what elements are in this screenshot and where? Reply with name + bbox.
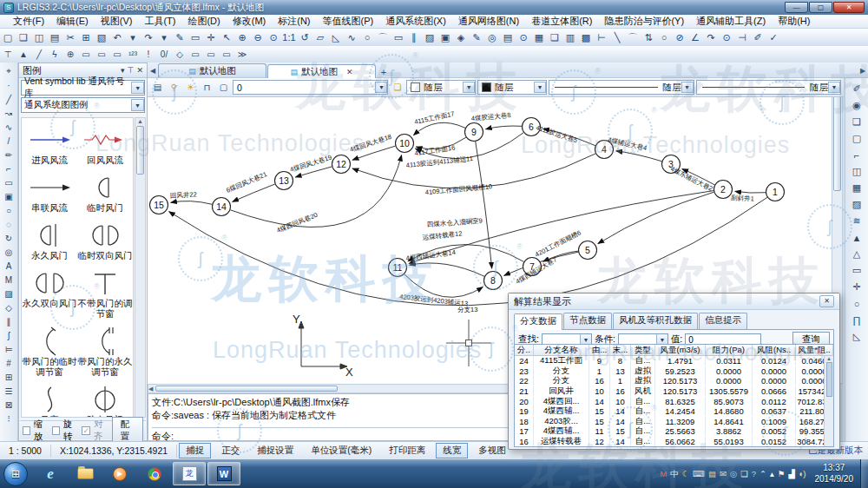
legend-scrollbar[interactable]: ▲ (135, 117, 146, 418)
media-player-taskbar-icon[interactable]: ▶ (103, 462, 136, 485)
diamond-icon[interactable]: ◇ (2, 300, 16, 314)
panel-menu-icon[interactable]: ▾ (121, 66, 125, 75)
scrollbar-thumb[interactable] (826, 362, 832, 397)
legend-item[interactable]: 带风门的永久调节窗 (77, 326, 133, 377)
chevron-down-icon[interactable]: ▼ (463, 82, 475, 93)
undo-dropdown-icon[interactable]: ▾ (125, 30, 141, 45)
status-toggle-button[interactable]: 捕捉 (179, 443, 211, 458)
measure-circle-icon[interactable]: ○ (656, 30, 672, 45)
draw-parallel-icon[interactable]: ∥ (406, 30, 422, 45)
ring-tool-icon[interactable]: ◎ (2, 245, 16, 259)
rect-tool-icon[interactable]: ▭ (2, 175, 16, 189)
grid-view-icon[interactable]: ▦ (849, 180, 865, 196)
menu-item[interactable]: 巷道立体图(R) (525, 15, 598, 28)
menu-item[interactable]: 通风网络图(N) (452, 15, 525, 28)
maximize-button[interactable]: ▢ (809, 2, 832, 13)
undo-icon[interactable]: ↶ (109, 30, 125, 45)
hatch-icon[interactable]: ▨ (2, 287, 16, 300)
layer-color-icon[interactable]: ▢ (216, 80, 231, 95)
map-tab[interactable]: ▤ 默认地图 (158, 63, 266, 77)
measure-span-icon[interactable]: ⊣ (734, 30, 750, 45)
gate-icon[interactable]: ∏ (849, 312, 865, 328)
select-rect-icon[interactable]: ▭ (187, 30, 203, 45)
draw-circle-icon[interactable]: ○ (359, 30, 375, 45)
tray-mail-icon[interactable]: ✉ (720, 470, 727, 478)
paste-icon[interactable]: ▧ (94, 30, 109, 45)
legend-icon[interactable]: ▩ (578, 30, 594, 45)
region-icon[interactable]: ▣ (2, 189, 16, 203)
tray-moon-icon[interactable]: ☾ (682, 470, 690, 478)
text-icon[interactable]: A (2, 259, 16, 273)
taskbar-clock[interactable]: 13:37 2014/9/20 (815, 463, 854, 485)
corner-icon[interactable]: ⌐ (849, 147, 865, 163)
mtext-icon[interactable]: M (2, 273, 16, 287)
network-edge[interactable] (486, 126, 522, 129)
zero-slash-icon[interactable]: 0/ (156, 48, 172, 62)
draw-spline-icon[interactable]: ∿ (344, 30, 359, 45)
network-edge[interactable] (352, 154, 595, 188)
wedge-icon[interactable]: ◺ (849, 328, 865, 345)
grid-icon[interactable]: # (2, 356, 16, 370)
draw-arc-icon[interactable]: ⌒ (375, 30, 391, 45)
select-region-icon[interactable]: ▭ (109, 48, 125, 62)
new-file-icon[interactable]: ▢ (0, 30, 16, 45)
tag-icon[interactable]: ◇ (172, 48, 187, 62)
table-row[interactable]: 20 4煤西回... 14 10 自... 81.6325 85.9073 0.… (515, 396, 833, 406)
numbering-icon[interactable]: ¹²³ (125, 48, 141, 62)
table-row[interactable]: 22 分支 16 1 虚拟 120.5173 0.0000 0.0000 0.0… (515, 376, 833, 386)
hatch-view-icon[interactable]: ▨ (849, 196, 865, 213)
legend-item[interactable]: 永久双向风门 (22, 268, 77, 319)
legend-item[interactable]: 风帘 (22, 385, 77, 418)
format-brush-icon[interactable]: ✎ (172, 30, 187, 45)
more-chevrons-icon[interactable]: ≫ (234, 48, 250, 62)
start-button[interactable]: ⊞ (3, 462, 28, 486)
circle-icon[interactable]: ○ (849, 295, 865, 312)
tray-network-icon[interactable]: ▟ (788, 470, 794, 478)
dialog-close-button[interactable]: ✕ (819, 295, 834, 307)
segment-icon[interactable]: / (2, 134, 16, 148)
settings-icon[interactable]: ⁝ (2, 412, 16, 425)
new-tab-button[interactable]: + (377, 67, 391, 77)
column-header[interactable]: 末... (610, 345, 631, 356)
network-edge[interactable] (476, 142, 492, 268)
measure-radius-icon[interactable]: ↷ (703, 30, 719, 45)
menu-item[interactable]: 文件(F) (7, 15, 50, 28)
ellipse-icon[interactable]: ◌ (2, 217, 16, 231)
ring-icon[interactable]: ◎ (484, 30, 500, 45)
scrollbar-thumb[interactable] (155, 386, 338, 392)
important-icon[interactable]: ! (141, 48, 156, 62)
measure-curve-icon[interactable]: ⌒ (625, 30, 641, 45)
distribute-icon[interactable]: ⊠ (2, 398, 16, 412)
tray-doc-icon[interactable]: ❏ (740, 470, 748, 478)
dialog-tab[interactable]: 节点数据 (563, 313, 612, 329)
copy-icon[interactable]: ⊞ (78, 30, 94, 45)
table-row[interactable]: 17 4煤西辅... 11 15 自... 25.5663 3.8862 0.0… (515, 426, 833, 437)
scroll-up-icon[interactable]: ▲ (137, 118, 143, 124)
triangle-icon[interactable]: △ (849, 246, 865, 262)
save-icon[interactable]: ◫ (31, 30, 47, 45)
frame-icon[interactable]: ▢ (849, 130, 865, 147)
select2-add-icon[interactable]: ▭ (187, 48, 203, 62)
column-header[interactable]: 由... (589, 345, 610, 356)
map-note-icon[interactable]: ▦ (531, 30, 547, 45)
zoom-select-icon[interactable]: ⊕ (62, 48, 78, 62)
table-icon[interactable]: ⊞ (2, 370, 16, 384)
pin-icon[interactable]: ⊤ (128, 66, 135, 75)
tray-keyboard-icon[interactable]: ⌨ (693, 470, 705, 478)
chevron-down-icon[interactable]: ▼ (131, 82, 144, 94)
tab-scroll-left-icon[interactable]: ◀ (148, 63, 158, 77)
redo-dropdown-icon[interactable]: ▾ (156, 30, 172, 45)
check-icon[interactable]: ✓ (766, 30, 781, 45)
word-taskbar-icon[interactable]: W (207, 462, 240, 485)
table-row[interactable]: 16 运煤转载巷 12 14 自... 56.0662 55.0193 0.01… (515, 437, 833, 447)
layer-manager-icon[interactable]: ▤ (150, 80, 165, 95)
tray-help-icon[interactable]: ? (752, 470, 756, 478)
sketch-icon[interactable]: ʃ (2, 328, 16, 342)
sheet-icon[interactable]: ❏ (849, 114, 865, 130)
menu-item[interactable]: 视图(V) (95, 15, 139, 28)
cut-icon[interactable]: ✂ (62, 30, 78, 45)
draw-polygon-icon[interactable]: ◺ (328, 30, 344, 45)
zoom-1to1-icon[interactable]: 1:1 (281, 30, 297, 45)
pan-icon[interactable]: ✛ (203, 30, 219, 45)
parallel-icon[interactable]: ∥ (2, 314, 16, 328)
